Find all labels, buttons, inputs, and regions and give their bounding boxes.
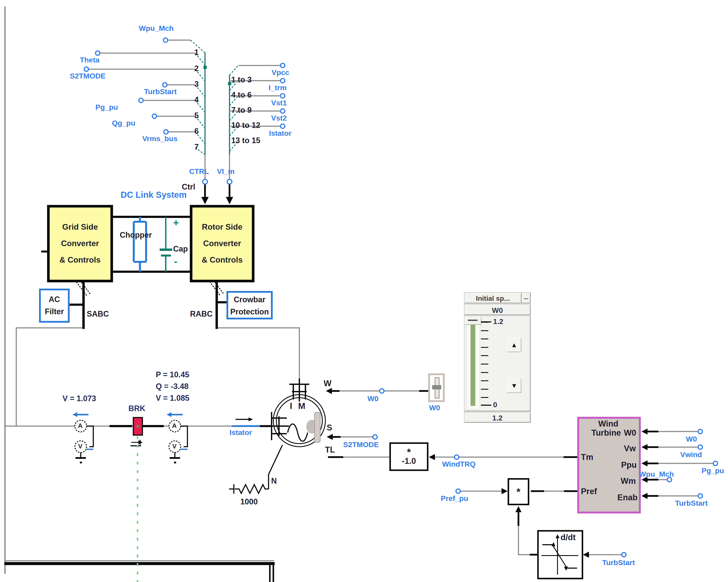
pref-multiplier-block[interactable]: *	[508, 478, 529, 505]
grid-block-line1: Grid Side	[50, 219, 110, 235]
crowbar-protection-block[interactable]: Crowbar Protection	[227, 291, 273, 319]
torque-multiplier-block[interactable]: * -1.0	[389, 442, 428, 471]
grid-side-converter-block[interactable]: Grid Side Converter & Controls	[47, 205, 113, 282]
turbine-port-wm: Wm	[621, 476, 636, 486]
dc-link-title: DC Link System	[121, 190, 187, 200]
ddt-block[interactable]	[538, 531, 582, 579]
breakout-right-node	[228, 82, 231, 85]
turbine-pg-pu-signal-label[interactable]: Pg_pu	[702, 467, 724, 475]
w0-meter-label: W0	[429, 404, 440, 412]
ammeter-right-letter: A	[172, 422, 177, 429]
turbine-w0-signal-label[interactable]: W0	[686, 435, 697, 443]
left-meter-group[interactable]	[73, 412, 93, 462]
merge-channel-2: 2	[194, 64, 199, 73]
mult2-bottom-arrowhead-icon	[515, 506, 521, 512]
merge-left-wires	[88, 40, 195, 132]
mult1-gain: -1.0	[402, 456, 416, 466]
ammeter-left-letter: A	[78, 422, 83, 429]
q-value: Q = -3.48	[156, 382, 188, 391]
ac-filter-block[interactable]: AC Filter	[39, 289, 70, 323]
sabc-return-wire	[16, 328, 82, 426]
pref-pu-label[interactable]: Pref_pu	[441, 495, 468, 502]
breaker-brk[interactable]: +	[133, 417, 143, 435]
slider-panel-header: W0	[464, 304, 531, 315]
slider-panel-body: 1.2 0 ▲ ▼	[464, 316, 531, 412]
signal-label-vst1[interactable]: Vst1	[271, 99, 287, 107]
ground-resistor-icon[interactable]	[229, 445, 282, 494]
slider-panel-minimize-button[interactable]: –	[521, 292, 531, 303]
mult2-sign: *	[517, 487, 520, 496]
s2tmode-wire-label[interactable]: S2TMODE	[343, 441, 379, 449]
signal-label-vst2[interactable]: Vst2	[271, 114, 287, 122]
signal-label-vrms-bus[interactable]: Vrms_bus	[142, 135, 178, 143]
ac-filter-line1: AC	[41, 293, 68, 306]
slider-panel-titlebar[interactable]: Initial sp...	[464, 292, 522, 303]
rotor-side-converter-block[interactable]: Rotor Side Converter & Controls	[190, 205, 255, 282]
windtrq-label[interactable]: WindTRQ	[442, 460, 476, 468]
machine-s-port-label: S	[327, 423, 332, 432]
turbine-vwind-signal-label[interactable]: Vwind	[680, 451, 702, 459]
w0-meter-thumb-icon	[432, 385, 441, 390]
machine-tl-port-label: TL	[325, 445, 335, 454]
slider-green-bar	[470, 322, 475, 406]
chopper-label: Chopper	[120, 231, 152, 239]
w0-meter-widget[interactable]	[428, 373, 445, 402]
slider-tick-bottom	[481, 405, 491, 406]
bottom-bus-bar	[4, 562, 275, 565]
signal-label-pg-pu[interactable]: Pg_pu	[96, 103, 118, 111]
ddt-turbstart-label[interactable]: TurbStart	[602, 559, 635, 566]
turbine-turbstart-signal-label[interactable]: TurbStart	[675, 499, 708, 507]
slider-panel-title: Initial sp...	[464, 294, 521, 302]
signal-label-ctrl[interactable]: CTRL	[189, 167, 209, 176]
signal-label-istator-tap[interactable]: Istator	[269, 129, 291, 137]
breakout-range-3: 7 to 9	[231, 106, 252, 114]
turbine-port-arrowheads	[642, 428, 648, 499]
right-meter-group[interactable]	[166, 412, 187, 462]
istator-arrowhead-icon	[249, 417, 253, 421]
signal-label-wpu-mch[interactable]: Wpu_Mch	[139, 24, 174, 32]
slider-down-button[interactable]: ▼	[507, 378, 521, 393]
breakout-range-1: 1 to 3	[231, 76, 252, 84]
signal-label-qg-pu[interactable]: Qg_pu	[112, 119, 135, 127]
voltmeter-left-letter: V	[78, 443, 82, 450]
turbine-wpu-mch-signal-label[interactable]: Wpu_Mch	[639, 470, 674, 478]
mult2-left-arrowhead-icon	[501, 488, 508, 494]
cap-minus-sign: -	[174, 256, 177, 267]
signal-label-vim[interactable]: VI_m	[217, 167, 234, 176]
slider-thumb[interactable]	[465, 317, 482, 325]
resistor-value-label: 1000	[240, 497, 258, 506]
turbine-port-ppu: Ppu	[621, 460, 637, 470]
rotor-block-line2: Converter	[192, 235, 252, 252]
down-arrow-icon: ▼	[511, 382, 517, 390]
rotor-block-line1: Rotor Side	[192, 219, 252, 235]
slider-track[interactable]	[467, 319, 480, 409]
signal-label-i-trm[interactable]: I_trm	[268, 84, 287, 92]
cap-plus-sign: +	[173, 217, 179, 228]
cap-label: Cap	[173, 245, 188, 253]
crowbar-line1: Crowbar	[228, 294, 271, 306]
dc-capacitor-icon[interactable]	[160, 217, 172, 272]
ac-filter-line2: Filter	[41, 306, 68, 318]
turbine-port-enab: Enab	[617, 493, 638, 502]
turbine-port-pref: Pref	[581, 487, 597, 496]
slider-up-button[interactable]: ▲	[507, 338, 521, 352]
ddt-out-wire	[518, 526, 530, 555]
signal-label-s2tmode[interactable]: S2TMODE	[70, 72, 105, 80]
turbine-title-line2: Turbine	[591, 428, 621, 438]
signal-label-theta[interactable]: Theta	[80, 56, 100, 64]
left-arrow-icon	[73, 412, 77, 417]
istator-wire-label[interactable]: Istator	[230, 428, 252, 436]
breakout-range-4: 10 to 12	[231, 121, 260, 130]
signal-label-turbstart[interactable]: TurbStart	[144, 87, 177, 96]
grid-block-line2: Converter	[50, 235, 110, 252]
w0-wire-label[interactable]: W0	[367, 395, 379, 403]
turbine-port-vw: Vw	[624, 444, 636, 453]
wind-turbine-block[interactable]: Wind Turbine W0 Vw Ppu Wm Enab Tm Pref	[577, 417, 641, 513]
breaker-name-label: BRK	[128, 404, 145, 413]
voltmeter-right-letter: V	[172, 443, 177, 450]
chopper-block[interactable]	[133, 221, 147, 263]
turbine-port-black-stubs	[648, 431, 658, 496]
signal-label-vpcc[interactable]: Vpcc	[271, 69, 289, 77]
breaker-state-icon: +	[136, 422, 140, 431]
sabc-label: SABC	[87, 310, 109, 318]
